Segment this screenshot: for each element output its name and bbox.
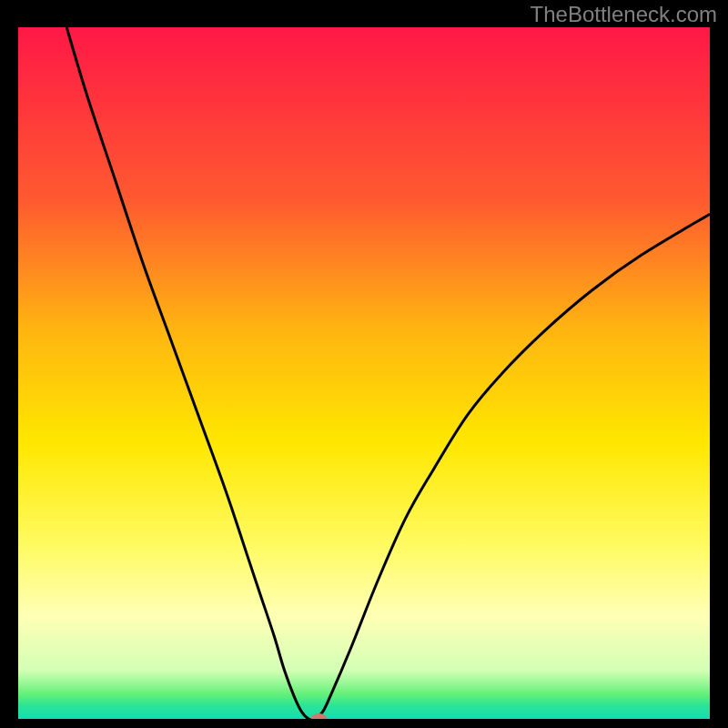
minimum-marker <box>311 713 328 719</box>
curve-svg <box>18 27 710 719</box>
watermark-text: TheBottleneck.com <box>531 2 717 27</box>
plot-area <box>18 27 710 719</box>
bottleneck-curve-path <box>66 27 710 719</box>
chart-frame: TheBottleneck.com <box>0 0 728 728</box>
